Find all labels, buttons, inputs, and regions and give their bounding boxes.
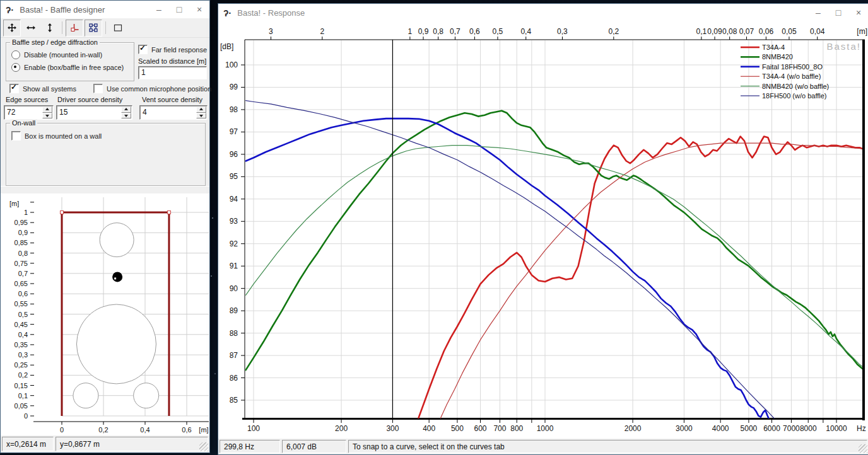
port-left-cutout[interactable]	[73, 383, 98, 408]
svg-text:3000: 3000	[676, 424, 693, 433]
svg-text:0,06: 0,06	[759, 27, 774, 36]
maximize-button[interactable]: □	[169, 1, 189, 18]
series-8NMB420 (w/o baffle)[interactable]	[246, 146, 863, 367]
svg-text:89: 89	[230, 306, 238, 315]
driver-source-density-stepper[interactable]: 15	[56, 105, 132, 120]
svg-text:87: 87	[230, 351, 238, 360]
svg-text:300: 300	[386, 424, 399, 433]
status-y-coordinate: y=0,8677 m	[56, 437, 208, 451]
svg-text:94: 94	[230, 195, 238, 204]
checkbox-icon	[93, 84, 103, 93]
radio-enable-freespace[interactable]: Enable (box/baffle in free space)	[11, 63, 124, 72]
port-right-cutout[interactable]	[134, 383, 159, 408]
close-button[interactable]: ×	[848, 4, 868, 21]
far-field-checkbox[interactable]: Far field response	[138, 45, 207, 54]
maximize-button[interactable]: □	[828, 4, 848, 21]
svg-text:95: 95	[230, 172, 238, 181]
svg-text:0,6: 0,6	[182, 426, 191, 434]
vent-source-density-stepper[interactable]: 4	[139, 105, 208, 120]
legend-item[interactable]: T34A-4 (w/o baffle)	[741, 72, 821, 80]
checkbox-icon	[138, 45, 148, 54]
origin-tool-button[interactable]	[66, 20, 83, 37]
svg-text:[m]: [m]	[9, 200, 19, 207]
svg-text:T34A-4 (w/o baffle): T34A-4 (w/o baffle)	[762, 72, 821, 80]
svg-text:1: 1	[408, 27, 413, 36]
svg-text:1: 1	[24, 209, 28, 216]
show-all-systems-checkbox[interactable]: Show all systems	[9, 84, 76, 93]
svg-text:0,08: 0,08	[722, 27, 737, 36]
svg-text:0,09: 0,09	[707, 27, 722, 36]
svg-text:4000: 4000	[712, 424, 729, 433]
move-tool-button[interactable]	[3, 20, 21, 37]
toolbar-separator	[105, 21, 106, 34]
response-titlebar[interactable]: ʔ· Basta! - Response – □ ×	[218, 4, 868, 22]
resize-grip[interactable]	[199, 442, 208, 451]
baffle-canvas[interactable]: [m]10,950,90,850,80,750,70,650,60,550,50…	[1, 193, 209, 438]
legend-item[interactable]: T34A-4	[741, 43, 785, 51]
desktop-star	[214, 373, 216, 374]
legend-item[interactable]: 18FH500 (w/o baffle)	[741, 92, 827, 100]
series-T34A-4 (w/o baffle)[interactable]	[440, 143, 862, 418]
spin-up-icon[interactable]	[196, 107, 206, 113]
svg-text:800: 800	[510, 424, 523, 433]
svg-text:7000: 7000	[783, 424, 800, 433]
svg-text:0,2: 0,2	[18, 371, 28, 379]
scaled-distance-input[interactable]: 1	[138, 66, 207, 79]
spin-down-icon[interactable]	[196, 113, 206, 119]
tweeter-cutout[interactable]	[100, 223, 134, 257]
svg-text:T34A-4: T34A-4	[762, 43, 785, 51]
svg-text:0,8: 0,8	[433, 27, 443, 36]
radio-icon	[11, 63, 20, 72]
svg-text:400: 400	[423, 424, 435, 433]
vent-source-density-label: Vent source density	[142, 96, 202, 103]
svg-text:0,05: 0,05	[15, 402, 28, 410]
close-button[interactable]: ×	[189, 1, 209, 18]
svg-text:18FH500 (w/o baffle): 18FH500 (w/o baffle)	[762, 92, 827, 100]
diffraction-group-legend: Baffle step / edge diffraction	[10, 38, 100, 46]
svg-text:88: 88	[230, 329, 238, 338]
box-on-wall-checkbox[interactable]: Box is mounted on a wall	[11, 131, 102, 141]
svg-text:0: 0	[24, 412, 28, 420]
svg-text:0,75: 0,75	[15, 260, 28, 267]
common-microphone-checkbox[interactable]: Use common microphone position	[93, 84, 211, 93]
radio-icon	[11, 50, 20, 59]
series-Faital 18FH500_8O[interactable]	[246, 118, 770, 420]
spin-up-icon[interactable]	[42, 107, 52, 113]
spin-down-icon[interactable]	[121, 113, 131, 119]
baffle-titlebar[interactable]: ʔ· Basta! - Baffle designer – □ ×	[1, 1, 209, 18]
response-window: ʔ· Basta! - Response – □ × Basta!8586878…	[218, 3, 868, 455]
svg-text:0,04: 0,04	[810, 27, 825, 36]
selection-handle[interactable]	[61, 211, 64, 214]
svg-text:0,4: 0,4	[18, 331, 28, 338]
svg-text:96: 96	[230, 150, 238, 159]
svg-text:100: 100	[225, 60, 238, 69]
edge-sources-tool-button[interactable]	[85, 20, 102, 37]
svg-text:0,7: 0,7	[450, 27, 460, 36]
rectangle-tool-button[interactable]	[109, 20, 127, 37]
status-hint: To snap to a curve, select it on the cur…	[348, 440, 867, 453]
spin-up-icon[interactable]	[121, 107, 131, 113]
response-chart[interactable]: Basta!858687888990919293949596979899100[…	[218, 21, 868, 441]
minimize-button[interactable]: –	[149, 1, 169, 18]
svg-text:[m]: [m]	[857, 27, 867, 36]
svg-text:0,9: 0,9	[418, 27, 429, 36]
legend-item[interactable]: Faital 18FH500_8O	[741, 63, 823, 71]
minimize-button[interactable]: –	[808, 4, 828, 21]
svg-text:6000: 6000	[763, 424, 780, 433]
selection-handle[interactable]	[167, 211, 170, 214]
resize-grip[interactable]	[859, 444, 867, 453]
legend-item[interactable]: 8NMB420 (w/o baffle)	[741, 83, 829, 90]
spin-down-icon[interactable]	[42, 113, 52, 119]
microphone-marker-highlight	[114, 277, 116, 279]
edge-sources-stepper[interactable]: 72	[4, 105, 54, 120]
svg-text:1000: 1000	[537, 424, 554, 433]
radio-disable-inwall[interactable]: Disable (mounted in-wall)	[11, 50, 102, 59]
svg-text:90: 90	[230, 284, 238, 293]
woofer-cutout[interactable]	[76, 304, 156, 384]
microphone-marker[interactable]	[112, 272, 122, 282]
svg-text:93: 93	[230, 217, 238, 226]
vertical-size-tool-button[interactable]	[41, 20, 59, 37]
on-wall-legend: On-wall	[10, 119, 37, 127]
svg-text:0,5: 0,5	[18, 311, 28, 318]
horizontal-size-tool-button[interactable]	[22, 20, 40, 37]
